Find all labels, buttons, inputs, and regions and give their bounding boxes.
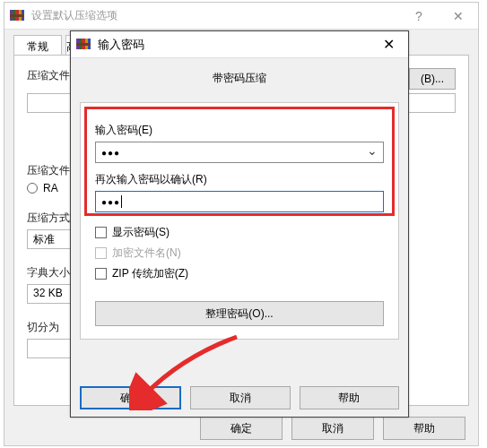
modal-title: 输入密码 xyxy=(98,37,369,53)
parent-help-button[interactable]: 帮助 xyxy=(383,417,465,440)
winrar-icon xyxy=(76,37,92,53)
encrypt-names-label: 加密文件名(N) xyxy=(112,246,181,261)
modal-heading: 带密码压缩 xyxy=(80,71,399,86)
modal-close-icon[interactable]: ✕ xyxy=(369,36,408,53)
password-label: 输入密码(E) xyxy=(95,123,384,138)
archive-name-label: 压缩文件 xyxy=(27,69,70,82)
confirm-password-label: 再次输入密码以确认(R) xyxy=(95,172,384,187)
checkbox-icon xyxy=(95,247,107,259)
parent-window-controls: ? ✕ xyxy=(399,9,478,23)
password-value: ●●● xyxy=(101,148,120,158)
zip-legacy-label: ZIP 传统加密(Z) xyxy=(112,266,188,281)
encrypt-names-checkbox: 加密文件名(N) xyxy=(95,246,384,261)
confirm-password-value: ●●● xyxy=(101,197,120,207)
parent-ok-button[interactable]: 确定 xyxy=(200,417,283,440)
zip-legacy-checkbox[interactable]: ZIP 传统加密(Z) xyxy=(95,266,384,281)
parent-titlebar: 设置默认压缩选项 ? ✕ xyxy=(4,3,478,30)
parent-cancel-button[interactable]: 取消 xyxy=(291,417,374,440)
modal-footer: 确定 取消 帮助 xyxy=(80,386,399,409)
browse-button[interactable]: (B)... xyxy=(409,68,456,90)
format-radio-label: RA xyxy=(43,182,58,194)
modal-titlebar: 输入密码 ✕ xyxy=(71,31,408,58)
modal-ok-button[interactable]: 确定 xyxy=(80,386,181,409)
parent-title: 设置默认压缩选项 xyxy=(31,8,399,23)
checkbox-icon xyxy=(95,268,107,280)
parent-footer: 确定 取消 帮助 xyxy=(4,417,478,440)
modal-cancel-button[interactable]: 取消 xyxy=(190,386,290,409)
organize-passwords-button[interactable]: 整理密码(O)... xyxy=(95,301,384,326)
show-password-label: 显示密码(S) xyxy=(112,225,170,240)
show-password-checkbox[interactable]: 显示密码(S) xyxy=(95,225,384,240)
format-radio[interactable] xyxy=(27,183,38,194)
close-icon[interactable]: ✕ xyxy=(439,9,478,23)
help-icon[interactable]: ? xyxy=(399,9,439,23)
winrar-icon xyxy=(10,8,26,24)
confirm-password-input[interactable]: ●●● xyxy=(95,191,384,212)
password-fieldset: 输入密码(E) ●●● 再次输入密码以确认(R) ●●● 显示密码(S) xyxy=(80,102,399,340)
modal-body: 带密码压缩 输入密码(E) ●●● 再次输入密码以确认(R) ●●● 显示密码(… xyxy=(80,71,399,377)
modal-help-button[interactable]: 帮助 xyxy=(300,386,399,409)
checkbox-icon xyxy=(95,227,107,238)
password-dialog: 输入密码 ✕ 带密码压缩 输入密码(E) ●●● 再次输入密码以确认(R) ●●… xyxy=(70,30,409,418)
password-input[interactable]: ●●● xyxy=(95,142,384,163)
